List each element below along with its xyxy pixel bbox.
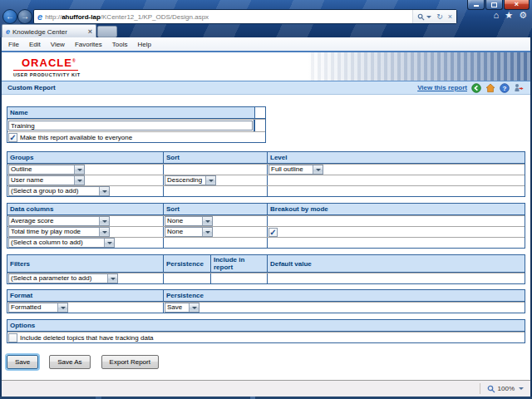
logout-icon[interactable] xyxy=(514,83,525,93)
table-row: Formatted Save xyxy=(7,302,525,313)
menu-file[interactable]: File xyxy=(3,41,24,48)
back-arrow-icon: ← xyxy=(6,12,14,21)
breakout-checkbox[interactable] xyxy=(268,228,278,237)
group-2-sort-select[interactable]: Descending xyxy=(165,175,216,185)
zoom-control[interactable]: 100% xyxy=(480,383,524,394)
address-bar-tools: ↻ × xyxy=(412,10,456,23)
data-columns-section: Data columns Sort Breakout by mode Avera… xyxy=(7,203,525,249)
include-in-report-header: Include in report xyxy=(210,255,267,272)
tab-title: Knowledge Center xyxy=(12,28,85,36)
data-columns-sort-header: Sort xyxy=(163,204,267,214)
format-header: Format xyxy=(7,290,163,301)
tab-close-icon[interactable]: × xyxy=(85,27,96,36)
menu-view[interactable]: View xyxy=(46,41,70,48)
chevron-down-icon xyxy=(57,303,67,312)
include-deleted-topics-checkbox[interactable] xyxy=(8,333,17,342)
tab-bar: e Knowledge Center × xyxy=(2,24,530,37)
chevron-down-icon xyxy=(519,387,524,392)
format-section: Format Persistence Formatted Save xyxy=(7,289,525,313)
format-persistence-header: Persistence xyxy=(163,290,525,301)
options-section: Options Include deleted topics that have… xyxy=(7,319,525,343)
export-report-button[interactable]: Export Report xyxy=(101,355,159,369)
format-select[interactable]: Formatted xyxy=(8,303,68,313)
product-name: USER PRODUCTIVITY KIT xyxy=(13,72,81,77)
groups-sort-header: Sort xyxy=(163,152,267,163)
oracle-logo: ORACLE® USER PRODUCTIVITY KIT xyxy=(13,55,81,77)
menu-help[interactable]: Help xyxy=(132,41,155,48)
column-1-select[interactable]: Average score xyxy=(8,216,110,226)
report-name-input[interactable] xyxy=(8,121,253,131)
table-row: Total time by play mode None xyxy=(7,226,525,237)
menu-bar: File Edit View Favorites Tools Help xyxy=(2,37,530,51)
chevron-down-icon xyxy=(104,239,114,247)
browser-window: × ← → e http://ahufford-lap/KCenter12_1/… xyxy=(0,0,532,399)
ie-favicon: e xyxy=(2,27,12,37)
new-tab-button[interactable] xyxy=(97,26,117,37)
chevron-down-icon xyxy=(99,217,109,225)
home-icon[interactable]: ⌂ xyxy=(494,10,500,21)
help-icon[interactable]: ? xyxy=(500,83,510,93)
menu-edit[interactable]: Edit xyxy=(24,41,46,48)
page-header: Custom Report View this report ? xyxy=(2,81,530,95)
refresh-icon[interactable]: ↻ xyxy=(434,12,446,21)
favorites-star-icon[interactable]: ★ xyxy=(505,10,513,21)
chevron-down-icon xyxy=(205,176,215,185)
column-2-sort-select[interactable]: None xyxy=(165,227,213,237)
action-buttons: Save Save As Export Report xyxy=(7,355,159,369)
tools-gear-icon[interactable]: ⚙ xyxy=(519,10,527,21)
back-button[interactable]: ← xyxy=(2,9,17,24)
add-group-select[interactable]: (Select a group to add) xyxy=(8,186,110,196)
search-icon[interactable] xyxy=(415,13,434,21)
menu-tools[interactable]: Tools xyxy=(107,41,133,48)
table-row: Outline Full outline xyxy=(7,164,525,175)
ie-icon: e xyxy=(34,12,45,22)
chevron-down-icon xyxy=(74,176,84,185)
zoom-level: 100% xyxy=(498,385,515,392)
column-2-select[interactable]: Total time by play mode xyxy=(8,227,110,237)
group-1-select[interactable]: Outline xyxy=(8,165,85,175)
save-button[interactable]: Save xyxy=(7,355,38,369)
name-section: Name Make this report available to every… xyxy=(7,106,266,143)
chevron-down-icon xyxy=(99,187,109,195)
chevron-down-icon xyxy=(202,228,212,236)
chevron-down-icon xyxy=(426,16,431,21)
close-icon: × xyxy=(515,1,519,8)
breakout-header: Breakout by mode xyxy=(267,204,525,214)
make-available-checkbox[interactable] xyxy=(8,133,17,142)
filters-header: Filters xyxy=(7,255,163,272)
table-row: (Select a group to add) xyxy=(7,185,525,196)
magnifier-icon xyxy=(487,385,495,393)
chevron-down-icon xyxy=(74,165,84,174)
groups-level-header: Level xyxy=(267,152,525,163)
forward-button[interactable]: → xyxy=(17,9,32,24)
home-icon[interactable] xyxy=(485,83,495,93)
chevron-down-icon xyxy=(313,165,323,174)
stop-icon[interactable]: × xyxy=(446,12,455,21)
column-1-sort-select[interactable]: None xyxy=(165,216,213,226)
url-text[interactable]: http://ahufford-lap/KCenter12_1/KP_ODS/D… xyxy=(45,13,412,21)
chevron-down-icon xyxy=(189,303,199,312)
options-header: Options xyxy=(7,320,525,331)
custom-report-form: Name Make this report available to every… xyxy=(2,95,530,380)
table-row: (Select a column to add) xyxy=(7,237,525,248)
persistence-select[interactable]: Save xyxy=(165,303,200,313)
table-row: Average score None xyxy=(7,215,525,226)
table-row: (Select a parameter to add) xyxy=(7,273,525,283)
view-this-report-link[interactable]: View this report xyxy=(417,84,467,91)
address-bar[interactable]: e http://ahufford-lap/KCenter12_1/KP_ODS… xyxy=(33,9,457,24)
default-value-header: Default value xyxy=(267,255,525,272)
maximize-icon xyxy=(491,2,497,7)
tab-knowledge-center[interactable]: e Knowledge Center × xyxy=(2,24,96,38)
name-header: Name xyxy=(7,107,254,118)
group-2-select[interactable]: User name xyxy=(8,175,85,185)
name-header-spacer xyxy=(254,107,265,118)
group-1-level-select[interactable]: Full outline xyxy=(268,165,323,175)
add-column-select[interactable]: (Select a column to add) xyxy=(8,238,115,248)
back-green-icon[interactable] xyxy=(471,83,481,93)
data-columns-header: Data columns xyxy=(7,204,163,214)
include-deleted-topics-label: Include deleted topics that have trackin… xyxy=(20,334,154,342)
add-parameter-select[interactable]: (Select a parameter to add) xyxy=(8,273,118,283)
menu-favorites[interactable]: Favorites xyxy=(70,41,107,48)
forward-arrow-icon: → xyxy=(21,12,29,21)
save-as-button[interactable]: Save As xyxy=(49,355,90,369)
